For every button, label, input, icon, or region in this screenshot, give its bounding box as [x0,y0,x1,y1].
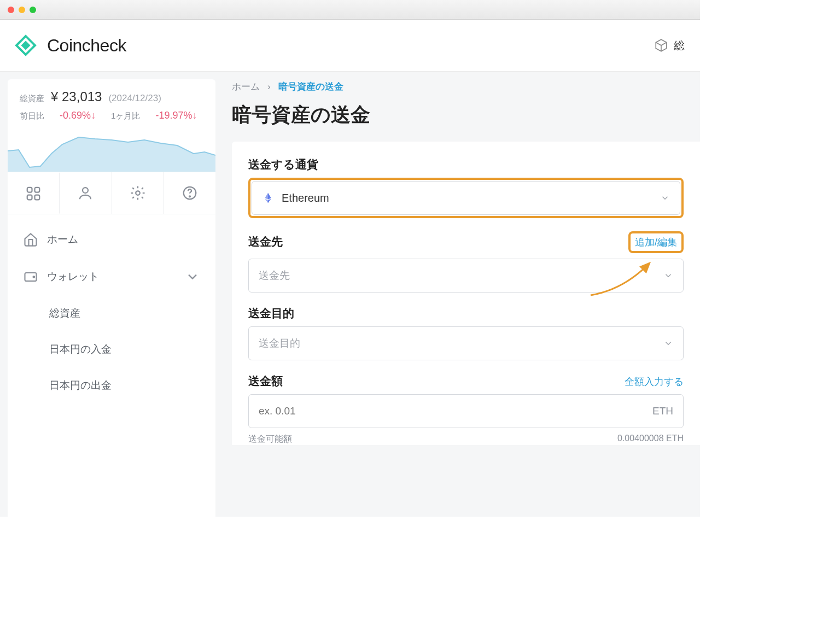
chevron-down-icon [663,271,673,280]
breadcrumb-current: 暗号資産の送金 [278,80,343,93]
chevron-down-icon [663,338,673,348]
home-icon [23,232,38,247]
field-currency: 送金する通貨 Ethereum [248,157,684,218]
field-amount: 送金額 全額入力する ETH 送金可能額 0.00400008 ETH [248,373,684,445]
page-title: 暗号資産の送金 [232,102,700,128]
month-change-value: -19.97%↓ [155,110,197,121]
tab-help[interactable] [164,172,215,214]
amount-label: 送金額 [248,373,283,389]
nav-sub-total-assets[interactable]: 総資産 [8,295,215,331]
breadcrumb-separator: › [267,81,271,92]
svg-rect-6 [35,195,40,200]
destination-add-edit-link[interactable]: 追加/編集 [635,237,677,248]
balance-summary: 総資産 ¥ 23,013 (2024/12/23) 前日比 -0.69%↓ 1ヶ… [8,79,215,121]
tab-settings[interactable] [112,172,164,214]
amount-fill-all-link[interactable]: 全額入力する [625,375,684,388]
field-purpose: 送金目的 送金目的 [248,306,684,360]
maximize-window-icon[interactable] [30,7,36,13]
topbar-right-label: 総 [674,38,685,53]
currency-label: 送金する通貨 [248,157,318,172]
sidebar-nav: ホーム ウォレット 総資産 日本円の入金 日本円の出金 [8,214,215,410]
topbar: Coincheck 総 [0,20,700,72]
amount-unit: ETH [652,405,673,417]
svg-rect-3 [27,187,32,192]
svg-point-10 [189,196,190,197]
ethereum-icon [262,192,274,204]
nav-sub-jpy-deposit[interactable]: 日本円の入金 [8,331,215,367]
brand-logo[interactable]: Coincheck [12,32,126,59]
nav-wallet[interactable]: ウォレット [8,258,215,295]
nav-home[interactable]: ホーム [8,221,215,258]
currency-value: Ethereum [282,192,329,204]
amount-input[interactable] [259,405,645,417]
main-content: ホーム › 暗号資産の送金 暗号資産の送金 送金する通貨 [215,72,700,517]
destination-placeholder: 送金先 [259,268,290,283]
purpose-placeholder: 送金目的 [259,336,300,350]
send-form-panel: 送金する通貨 Ethereum [232,142,700,445]
total-asset-label: 総資産 [20,93,44,104]
topbar-right-link[interactable]: 総 [654,38,685,53]
sidebar-tabs [8,172,215,214]
nav-home-label: ホーム [47,232,78,247]
user-icon [77,185,94,201]
available-label: 送金可能額 [248,434,292,445]
breadcrumb-home[interactable]: ホーム [232,80,260,93]
svg-point-7 [83,188,88,193]
wallet-icon [23,269,38,284]
tab-dashboard[interactable] [8,172,60,214]
svg-rect-4 [35,187,40,192]
chevron-down-icon [185,269,200,284]
total-asset-amount: ¥ 23,013 [51,89,102,104]
currency-select[interactable]: Ethereum [252,181,680,215]
month-change-label: 1ヶ月比 [111,111,140,121]
brand-name: Coincheck [47,36,126,56]
grid-icon [25,185,42,202]
day-change-label: 前日比 [20,111,44,121]
minimize-window-icon[interactable] [19,7,25,13]
window-titlebar [0,0,700,20]
svg-point-12 [33,276,34,278]
cube-icon [654,38,668,52]
amount-input-wrap: ETH [248,394,684,428]
svg-point-8 [136,191,140,195]
purpose-label: 送金目的 [248,306,294,321]
close-window-icon[interactable] [8,7,14,13]
currency-highlight: Ethereum [248,178,684,218]
field-destination: 送金先 追加/編集 送金先 [248,231,684,293]
tab-account[interactable] [60,172,112,214]
destination-select[interactable]: 送金先 [248,259,684,293]
balance-date: (2024/12/23) [108,93,161,104]
available-value: 0.00400008 ETH [617,434,684,445]
nav-wallet-label: ウォレット [47,270,99,284]
help-icon [182,185,198,201]
gear-icon [130,185,146,201]
balance-sparkline [8,129,215,172]
destination-action-highlight: 追加/編集 [628,231,684,253]
breadcrumb: ホーム › 暗号資産の送金 [232,80,700,93]
svg-rect-5 [27,195,32,200]
destination-label: 送金先 [248,234,283,249]
purpose-select[interactable]: 送金目的 [248,326,684,360]
logo-icon [12,32,39,59]
nav-sub-jpy-withdraw[interactable]: 日本円の出金 [8,367,215,403]
day-change-value: -0.69%↓ [60,110,96,121]
sidebar: 総資産 ¥ 23,013 (2024/12/23) 前日比 -0.69%↓ 1ヶ… [8,79,215,517]
chevron-down-icon [660,193,670,203]
